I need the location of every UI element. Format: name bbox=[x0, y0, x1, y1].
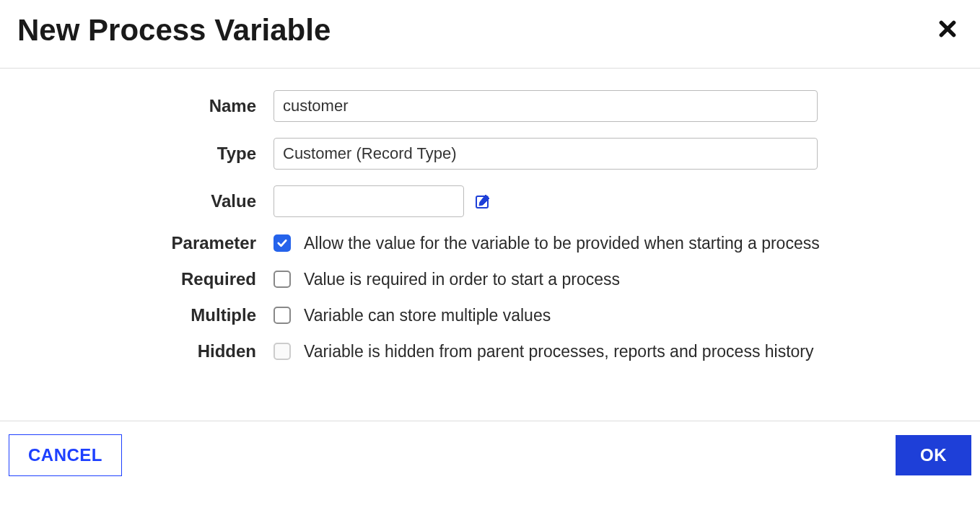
name-input[interactable] bbox=[274, 90, 818, 122]
hidden-checkbox bbox=[274, 343, 291, 360]
dialog-title: New Process Variable bbox=[17, 13, 331, 48]
label-hidden: Hidden bbox=[17, 341, 274, 361]
ok-button[interactable]: OK bbox=[896, 435, 971, 475]
row-hidden: Hidden Variable is hidden from parent pr… bbox=[17, 341, 963, 361]
cancel-button[interactable]: CANCEL bbox=[9, 434, 122, 476]
dialog-footer: CANCEL OK bbox=[0, 421, 980, 489]
required-text: Value is required in order to start a pr… bbox=[304, 270, 620, 289]
row-multiple: Multiple Variable can store multiple val… bbox=[17, 305, 963, 325]
label-multiple: Multiple bbox=[17, 305, 274, 325]
label-name: Name bbox=[17, 96, 274, 116]
row-value: Value bbox=[17, 185, 963, 217]
value-input[interactable] bbox=[274, 185, 464, 217]
dialog-body: Name Type Value bbox=[0, 69, 980, 421]
edit-expression-icon[interactable] bbox=[474, 193, 491, 210]
new-process-variable-dialog: New Process Variable Name Type Value bbox=[0, 0, 980, 489]
required-checkbox[interactable] bbox=[274, 271, 291, 288]
row-type: Type bbox=[17, 138, 963, 170]
parameter-text: Allow the value for the variable to be p… bbox=[304, 234, 820, 253]
multiple-checkbox[interactable] bbox=[274, 307, 291, 324]
row-required: Required Value is required in order to s… bbox=[17, 269, 963, 289]
close-icon[interactable] bbox=[932, 16, 963, 45]
multiple-text: Variable can store multiple values bbox=[304, 306, 551, 325]
label-parameter: Parameter bbox=[17, 233, 274, 253]
type-input[interactable] bbox=[274, 138, 818, 170]
label-required: Required bbox=[17, 269, 274, 289]
hidden-text: Variable is hidden from parent processes… bbox=[304, 342, 814, 361]
label-value: Value bbox=[17, 191, 274, 211]
dialog-header: New Process Variable bbox=[0, 0, 980, 69]
parameter-checkbox[interactable] bbox=[274, 234, 291, 252]
label-type: Type bbox=[17, 144, 274, 164]
row-name: Name bbox=[17, 90, 963, 122]
row-parameter: Parameter Allow the value for the variab… bbox=[17, 233, 963, 253]
